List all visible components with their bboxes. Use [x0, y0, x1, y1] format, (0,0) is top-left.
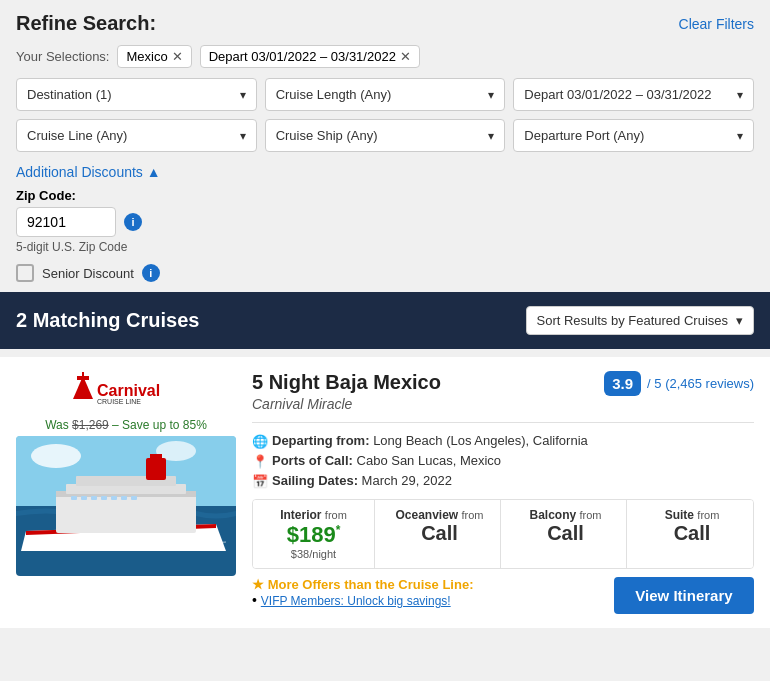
vifp-link[interactable]: VIFP Members: Unlock big savings!	[261, 594, 451, 608]
tag-mexico-text: Mexico	[126, 49, 167, 64]
cruise-length-chevron: ▾	[488, 88, 494, 102]
svg-rect-21	[131, 496, 137, 500]
calendar-icon: 📅	[252, 474, 268, 489]
zip-info-icon[interactable]: i	[124, 213, 142, 231]
selections-label: Your Selections:	[16, 49, 109, 64]
more-offers: ★ More Offers than the Cruise Line:	[252, 577, 606, 592]
sort-label: Sort Results by Featured Cruises	[537, 313, 728, 328]
zip-input[interactable]	[16, 207, 116, 237]
svg-text:Carnival: Carnival	[97, 382, 160, 399]
departing-label: Departing from:	[272, 433, 370, 448]
carnival-logo-svg: Carnival CRUISE LINE	[61, 371, 191, 411]
svg-rect-15	[71, 496, 77, 500]
cruise-length-label: Cruise Length (Any)	[276, 87, 392, 102]
cruise-ship-label: Cruise Ship (Any)	[276, 128, 378, 143]
star-icon: ★	[252, 577, 264, 592]
tag-date-text: Depart 03/01/2022 – 03/31/2022	[209, 49, 396, 64]
depart-date-filter[interactable]: Depart 03/01/2022 – 03/31/2022 ▾	[513, 78, 754, 111]
selections-row: Your Selections: Mexico ✕ Depart 03/01/2…	[0, 41, 770, 78]
price-suite: Suite from Call	[631, 500, 753, 568]
zip-hint: 5-digit U.S. Zip Code	[16, 240, 754, 254]
ports-label: Ports of Call:	[272, 453, 353, 468]
view-itinerary-button[interactable]: View Itinerary	[614, 577, 754, 614]
ports-value: Cabo San Lucas, Mexico	[357, 453, 502, 468]
destination-filter[interactable]: Destination (1) ▾	[16, 78, 257, 111]
price-interior: Interior from $189* $38/night	[253, 500, 375, 568]
rating-badge: 3.9	[604, 371, 641, 396]
cruise-title: 5 Night Baja Mexico	[252, 371, 441, 394]
sort-chevron-icon: ▾	[736, 313, 743, 328]
discounts-label: Additional Discounts	[16, 164, 143, 180]
senior-discount-checkbox[interactable]	[16, 264, 34, 282]
results-header: 2 Matching Cruises Sort Results by Featu…	[0, 292, 770, 349]
was-price: Was $1,269 – Save up to 85%	[45, 418, 207, 432]
svg-text:CRUISE LINE: CRUISE LINE	[97, 398, 141, 405]
svg-point-6	[31, 444, 81, 468]
discounts-section: Additional Discounts ▲ Zip Code: i 5-dig…	[0, 160, 770, 292]
destination-label: Destination (1)	[27, 87, 112, 102]
refine-title: Refine Search:	[16, 12, 156, 35]
clear-filters-link[interactable]: Clear Filters	[679, 16, 754, 32]
cruise-ship-name: Carnival Miracle	[252, 396, 441, 412]
cruise-ship-chevron: ▾	[488, 129, 494, 143]
globe-icon: 🌐	[252, 434, 268, 449]
rating-row: 3.9 / 5 (2,465 reviews)	[604, 371, 754, 396]
svg-rect-19	[111, 496, 117, 500]
price-oceanview: Oceanview from Call	[379, 500, 501, 568]
tag-date-close[interactable]: ✕	[400, 49, 411, 64]
pricing-grid: Interior from $189* $38/night Oceanview …	[252, 499, 754, 569]
sailing-value: March 29, 2022	[362, 473, 452, 488]
tag-mexico-close[interactable]: ✕	[172, 49, 183, 64]
cruise-line-label: Cruise Line (Any)	[27, 128, 127, 143]
price-balcony: Balcony from Call	[505, 500, 627, 568]
cruise-length-filter[interactable]: Cruise Length (Any) ▾	[265, 78, 506, 111]
filter-grid-row1: Destination (1) ▾ Cruise Length (Any) ▾ …	[0, 78, 770, 119]
cruise-line-filter[interactable]: Cruise Line (Any) ▾	[16, 119, 257, 152]
senior-info-icon[interactable]: i	[142, 264, 160, 282]
sailing-row: 📅 Sailing Dates: March 29, 2022	[252, 473, 754, 489]
rating-value: 3.9	[612, 375, 633, 392]
senior-label: Senior Discount	[42, 266, 134, 281]
zip-label: Zip Code:	[16, 188, 754, 203]
ports-row: 📍 Ports of Call: Cabo San Lucas, Mexico	[252, 453, 754, 469]
pin-icon: 📍	[252, 454, 268, 469]
cruise-title-row: 5 Night Baja Mexico Carnival Miracle 3.9…	[252, 371, 754, 412]
svg-rect-1	[77, 376, 89, 380]
cruise-ship-filter[interactable]: Cruise Ship (Any) ▾	[265, 119, 506, 152]
rating-text: / 5 (2,465 reviews)	[647, 376, 754, 391]
card-right: 5 Night Baja Mexico Carnival Miracle 3.9…	[252, 371, 754, 614]
card-top: Carnival CRUISE LINE Was $1,269 – Save u…	[16, 371, 754, 614]
svg-rect-18	[101, 496, 107, 500]
tag-date[interactable]: Depart 03/01/2022 – 03/31/2022 ✕	[200, 45, 420, 68]
cruise-title-block: 5 Night Baja Mexico Carnival Miracle	[252, 371, 441, 412]
svg-rect-17	[91, 496, 97, 500]
svg-rect-16	[81, 496, 87, 500]
depart-date-label: Depart 03/01/2022 – 03/31/2022	[524, 87, 711, 102]
discounts-chevron-up-icon: ▲	[147, 164, 161, 180]
filter-grid-row2: Cruise Line (Any) ▾ Cruise Ship (Any) ▾ …	[0, 119, 770, 160]
svg-rect-13	[146, 458, 166, 480]
depart-date-chevron: ▾	[737, 88, 743, 102]
sailing-label: Sailing Dates:	[272, 473, 358, 488]
offers-row: ★ More Offers than the Cruise Line: • VI…	[252, 577, 754, 614]
departing-value: Long Beach (Los Angeles), California	[373, 433, 588, 448]
svg-rect-20	[121, 496, 127, 500]
departing-row: 🌐 Departing from: Long Beach (Los Angele…	[252, 433, 754, 449]
departure-port-filter[interactable]: Departure Port (Any) ▾	[513, 119, 754, 152]
svg-rect-14	[150, 454, 162, 460]
sort-dropdown[interactable]: Sort Results by Featured Cruises ▾	[526, 306, 754, 335]
carnival-logo: Carnival CRUISE LINE	[61, 371, 191, 414]
tag-mexico[interactable]: Mexico ✕	[117, 45, 191, 68]
senior-row: Senior Discount i	[16, 264, 754, 282]
discounts-toggle[interactable]: Additional Discounts ▲	[16, 164, 754, 180]
departure-port-label: Departure Port (Any)	[524, 128, 644, 143]
offers-left: ★ More Offers than the Cruise Line: • VI…	[252, 577, 606, 608]
cruise-card: Carnival CRUISE LINE Was $1,269 – Save u…	[0, 357, 770, 628]
results-count: 2 Matching Cruises	[16, 309, 199, 332]
cruise-line-chevron: ▾	[240, 129, 246, 143]
destination-chevron: ▾	[240, 88, 246, 102]
divider	[252, 422, 754, 423]
departure-port-chevron: ▾	[737, 129, 743, 143]
zip-row: i	[16, 207, 754, 237]
card-left: Carnival CRUISE LINE Was $1,269 – Save u…	[16, 371, 236, 614]
